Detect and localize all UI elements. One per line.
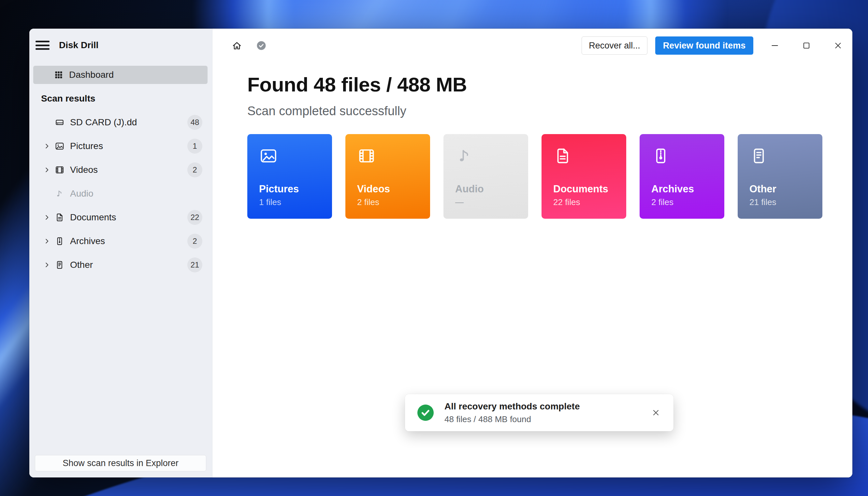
- videos-icon: [357, 146, 376, 165]
- card-title: Documents: [553, 184, 614, 195]
- card-archives[interactable]: Archives 2 files: [640, 134, 724, 219]
- sidebar-item-videos[interactable]: Videos 2: [33, 160, 208, 180]
- count-badge: 2: [188, 162, 202, 177]
- videos-icon: [55, 165, 65, 175]
- card-title: Other: [749, 184, 811, 195]
- show-in-explorer-button[interactable]: Show scan results in Explorer: [35, 455, 206, 471]
- app-title: Disk Drill: [59, 40, 99, 50]
- sidebar-item-dashboard[interactable]: Dashboard: [33, 66, 208, 84]
- chevron-right-icon: [43, 214, 52, 221]
- documents-icon: [553, 146, 572, 165]
- other-icon: [55, 260, 65, 270]
- page-subtitle: Scan completed successfully: [247, 104, 406, 118]
- minimize-button[interactable]: [768, 39, 781, 52]
- pictures-icon: [55, 141, 65, 151]
- sidebar-item-label: Dashboard: [69, 69, 114, 80]
- hamburger-menu-icon[interactable]: [35, 40, 49, 50]
- sidebar-item-label: SD CARD (J).dd: [70, 117, 137, 128]
- toast-texts: All recovery methods complete 48 files /…: [445, 401, 580, 424]
- home-button[interactable]: [230, 40, 243, 52]
- toast-close-icon[interactable]: [649, 406, 662, 419]
- sidebar-item-other[interactable]: Other 21: [33, 255, 208, 275]
- sidebar-item-label: Pictures: [70, 141, 103, 151]
- toast-subtitle: 48 files / 488 MB found: [445, 414, 580, 424]
- card-count: 2 files: [357, 198, 418, 206]
- disk-drill-window: Disk Drill Dashboard Scan results: [29, 29, 852, 478]
- card-other[interactable]: Other 21 files: [738, 134, 822, 219]
- pictures-icon: [259, 146, 278, 165]
- card-videos[interactable]: Videos 2 files: [345, 134, 430, 219]
- archives-icon: [651, 146, 670, 165]
- card-title: Videos: [357, 184, 418, 195]
- sidebar-item-pictures[interactable]: Pictures 1: [33, 136, 208, 156]
- count-badge: 2: [188, 234, 202, 249]
- chevron-right-icon: [43, 166, 52, 173]
- sidebar-item-label: Archives: [70, 236, 105, 246]
- close-button[interactable]: [832, 39, 844, 52]
- count-badge: 22: [188, 210, 202, 225]
- category-cards: Pictures 1 files Videos 2 files Audio: [247, 134, 822, 219]
- card-count: 22 files: [553, 198, 614, 206]
- sidebar-item-label: Documents: [70, 212, 116, 222]
- card-count: 2 files: [651, 198, 713, 206]
- drive-icon: [55, 117, 65, 128]
- sidebar-item-label: Videos: [70, 165, 98, 175]
- sidebar-item-archives[interactable]: Archives 2: [33, 231, 208, 251]
- sidebar-item-label: Other: [70, 260, 93, 270]
- sidebar: Disk Drill Dashboard Scan results: [29, 29, 212, 478]
- count-badge: 21: [188, 258, 202, 273]
- main-panel: Recover all... Review found items Found …: [212, 29, 852, 478]
- audio-icon: [55, 188, 65, 199]
- scan-complete-step-icon[interactable]: [255, 39, 268, 52]
- card-count: —: [455, 198, 517, 206]
- scan-results-section-label: Scan results: [41, 93, 95, 104]
- card-count: 1 files: [259, 198, 320, 206]
- page-title: Found 48 files / 488 MB: [247, 73, 467, 96]
- desktop: Disk Drill Dashboard Scan results: [0, 0, 868, 496]
- archives-icon: [55, 236, 65, 246]
- other-icon: [749, 146, 768, 165]
- card-pictures[interactable]: Pictures 1 files: [247, 134, 332, 219]
- dashboard-grid-icon: [54, 69, 64, 80]
- sidebar-item-audio: Audio: [33, 184, 208, 204]
- recover-all-button[interactable]: Recover all...: [582, 36, 647, 55]
- sidebar-item-sdcard[interactable]: SD CARD (J).dd 48: [33, 112, 208, 133]
- count-badge: 48: [188, 115, 202, 130]
- toast-title: All recovery methods complete: [445, 401, 580, 412]
- chevron-right-icon: [43, 142, 52, 150]
- sidebar-header: Disk Drill: [35, 40, 212, 51]
- scan-results-list: SD CARD (J).dd 48 Pictures 1: [33, 112, 208, 279]
- review-found-items-button[interactable]: Review found items: [655, 36, 753, 55]
- card-title: Archives: [651, 184, 713, 195]
- card-documents[interactable]: Documents 22 files: [541, 134, 626, 219]
- card-audio: Audio —: [444, 134, 528, 219]
- maximize-button[interactable]: [800, 39, 813, 52]
- audio-icon: [455, 146, 474, 165]
- count-badge: 1: [188, 139, 202, 154]
- sidebar-item-label: Audio: [70, 188, 93, 199]
- card-title: Audio: [455, 184, 517, 195]
- chevron-right-icon: [43, 237, 52, 245]
- card-count: 21 files: [749, 198, 811, 206]
- documents-icon: [55, 212, 65, 222]
- sidebar-item-documents[interactable]: Documents 22: [33, 207, 208, 228]
- chevron-right-icon: [43, 261, 52, 268]
- success-check-icon: [417, 405, 434, 421]
- toast-notification: All recovery methods complete 48 files /…: [405, 394, 673, 431]
- card-title: Pictures: [259, 184, 320, 195]
